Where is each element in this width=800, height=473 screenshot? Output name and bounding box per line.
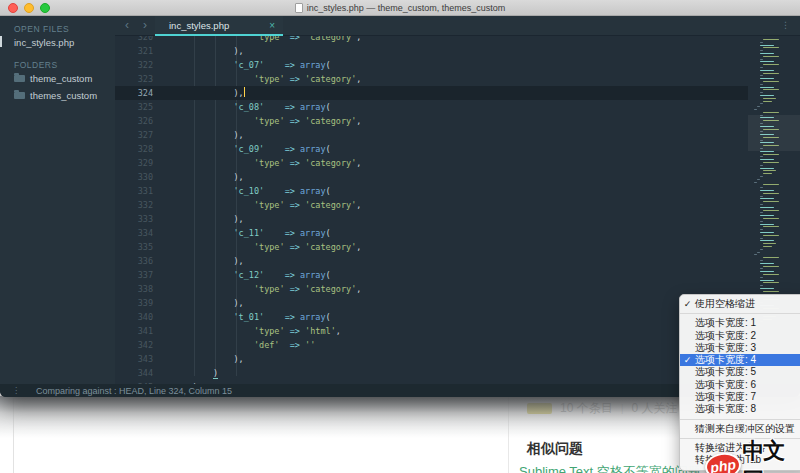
- screen: 10 个条目 | 0 人关注 相似问题 Sublime Text 空格不等宽的问…: [0, 0, 800, 473]
- menu-item[interactable]: 选项卡宽度: 3: [680, 342, 800, 354]
- minimap-line: [763, 162, 779, 163]
- close-window-button[interactable]: [8, 3, 18, 13]
- code-line[interactable]: 336 ),: [115, 254, 748, 268]
- code-text: ),: [162, 212, 244, 226]
- minimap-line: [760, 238, 763, 239]
- history-back-icon[interactable]: ‹: [125, 16, 129, 36]
- line-number: 329: [115, 156, 162, 170]
- status-menu-icon[interactable]: ⋮: [12, 386, 20, 395]
- code-line[interactable]: 329 'type' => 'category',: [115, 156, 748, 170]
- minimap-line: [763, 173, 772, 174]
- open-file-name: inc_styles.php: [14, 37, 74, 48]
- minimap-line: [760, 61, 774, 62]
- line-number: 331: [115, 184, 162, 198]
- code-text: ),: [162, 128, 244, 142]
- checkmark-icon: [680, 330, 695, 342]
- code-line[interactable]: 339 ),: [115, 296, 748, 310]
- code-line[interactable]: 328 'c_09' => array(: [115, 142, 748, 156]
- code-text: 'type' => 'category',: [162, 156, 361, 170]
- code-line[interactable]: 338 'type' => 'category',: [115, 282, 748, 296]
- code-text: 'type' => 'category',: [162, 282, 361, 296]
- checkmark-icon: [680, 379, 695, 391]
- code-line[interactable]: 332 'type' => 'category',: [115, 198, 748, 212]
- code-text: ),: [162, 86, 245, 100]
- folder-icon: [14, 75, 25, 82]
- minimap-line: [763, 81, 779, 82]
- checkmark-icon: [680, 442, 695, 454]
- line-number: 327: [115, 128, 162, 142]
- similar-question-link[interactable]: Sublime Text 空格不等宽的问题: [519, 463, 701, 473]
- minimap-line: [760, 268, 763, 269]
- menu-item[interactable]: ✓使用空格缩进: [680, 298, 800, 310]
- code-line[interactable]: 330 ),: [115, 170, 748, 184]
- menu-item[interactable]: ✓选项卡宽度: 4: [680, 354, 800, 366]
- menu-separator: [680, 313, 800, 314]
- folder-icon: [14, 92, 25, 99]
- php-cn-watermark: php 中文网: [705, 436, 800, 473]
- code-line[interactable]: 326 'type' => 'category',: [115, 114, 748, 128]
- code-text: ),: [162, 44, 244, 58]
- code-line[interactable]: 344 ): [115, 366, 748, 380]
- folder-item[interactable]: theme_custom: [0, 70, 115, 87]
- code-line[interactable]: 340 't_01' => array(: [115, 310, 748, 324]
- code-text: 'type' => 'category',: [162, 198, 361, 212]
- minimap-line: [760, 263, 774, 264]
- minimap-line: [760, 224, 774, 225]
- minimap-line: [763, 39, 779, 40]
- followers-count: 0 人关注: [632, 400, 678, 417]
- cn-logo-text: 中文网: [742, 436, 800, 473]
- menu-item[interactable]: 选项卡宽度: 1: [680, 317, 800, 329]
- minimap-line: [763, 101, 772, 102]
- minimap-line: [760, 53, 774, 54]
- code-line[interactable]: 331 'c_10' => array(: [115, 184, 748, 198]
- code-line[interactable]: 342 'def' => '': [115, 338, 748, 352]
- code-line[interactable]: 322 'c_07' => array(: [115, 58, 748, 72]
- code-text: ),: [162, 254, 244, 268]
- menu-item[interactable]: 选项卡宽度: 7: [680, 391, 800, 403]
- minimap-line: [763, 266, 779, 267]
- minimap-viewport[interactable]: [748, 115, 800, 151]
- minimap-line: [763, 257, 779, 258]
- code-line[interactable]: 334 'c_11' => array(: [115, 226, 748, 240]
- minimap-line: [760, 42, 763, 43]
- tab-close-icon[interactable]: ×: [269, 16, 275, 35]
- code-line[interactable]: 327 ),: [115, 128, 748, 142]
- code-text: 'c_10' => array(: [162, 184, 331, 198]
- minimap-line: [757, 252, 760, 253]
- checkmark-icon: [680, 366, 695, 378]
- minimap-line: [763, 47, 779, 48]
- code-text: 'c_11' => array(: [162, 226, 331, 240]
- tab-overflow-icon[interactable]: ⋮: [781, 16, 790, 35]
- title-bar[interactable]: inc_styles.php — theme_custom, themes_cu…: [0, 0, 800, 16]
- open-file-item[interactable]: inc_styles.php: [0, 34, 115, 51]
- code-line[interactable]: 335 'type' => 'category',: [115, 240, 748, 254]
- menu-item[interactable]: 选项卡宽度: 8: [680, 403, 800, 415]
- code-line[interactable]: 343 ),: [115, 352, 748, 366]
- code-lines: 320 'type' => 'category',321 ),322 'c_07…: [115, 36, 748, 384]
- topic-tag-badge[interactable]: [527, 403, 552, 414]
- code-line[interactable]: 333 ),: [115, 212, 748, 226]
- code-line[interactable]: 320 'type' => 'category',: [115, 36, 748, 44]
- code-line[interactable]: 324 ),: [115, 86, 748, 100]
- tab-inc-styles[interactable]: inc_styles.php ×: [155, 16, 283, 36]
- folder-item[interactable]: themes_custom: [0, 87, 115, 104]
- minimap-line: [757, 106, 760, 107]
- code-line[interactable]: 337 'c_12' => array(: [115, 268, 748, 282]
- code-line[interactable]: 341 'type' => 'html',: [115, 324, 748, 338]
- line-number: 342: [115, 338, 162, 352]
- code-text: ),: [162, 352, 244, 366]
- code-line[interactable]: 325 'c_08' => array(: [115, 100, 748, 114]
- menu-item[interactable]: 猜测来自缓冲区的设置: [680, 423, 800, 435]
- zoom-window-button[interactable]: [40, 3, 50, 13]
- menu-item[interactable]: 选项卡宽度: 2: [680, 330, 800, 342]
- code-line[interactable]: 321 ),: [115, 44, 748, 58]
- minimize-window-button[interactable]: [24, 3, 34, 13]
- menu-item[interactable]: 选项卡宽度: 5: [680, 366, 800, 378]
- history-forward-icon[interactable]: ›: [143, 16, 147, 36]
- code-text: 'c_07' => array(: [162, 58, 331, 72]
- minimap-line: [763, 89, 779, 90]
- code-line[interactable]: 323 'type' => 'category',: [115, 72, 748, 86]
- sidebar: OPEN FILES inc_styles.php FOLDERS theme_…: [0, 16, 115, 384]
- menu-item[interactable]: 选项卡宽度: 6: [680, 379, 800, 391]
- tab-bar: ‹ › inc_styles.php × ⋮: [115, 16, 800, 36]
